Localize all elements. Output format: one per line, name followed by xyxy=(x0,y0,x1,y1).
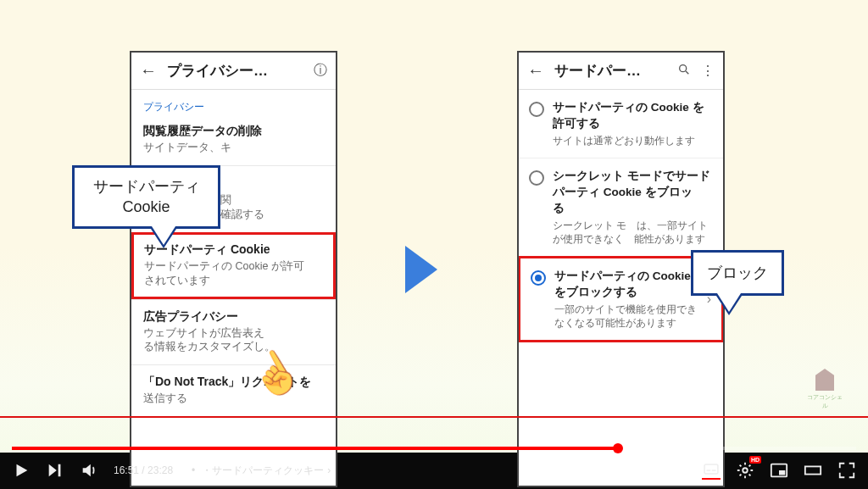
svg-rect-7 xyxy=(779,470,785,475)
item-sub: サードパーティの Cookie が許可 されています xyxy=(144,259,323,288)
svg-rect-8 xyxy=(805,466,821,474)
chapter-name: ・サードパーティクッキー xyxy=(202,464,324,478)
arrow-right-icon xyxy=(405,246,437,293)
radio-checked-icon xyxy=(531,270,546,286)
help-icon[interactable]: ⓘ xyxy=(314,62,327,80)
separator: • xyxy=(192,464,195,476)
watermark-logo-icon xyxy=(815,369,834,391)
callout-third-party-cookie: サードパーティ Cookie xyxy=(72,165,220,229)
item-title: 広告プライバシー xyxy=(143,308,324,325)
svg-point-5 xyxy=(743,468,748,473)
play-button[interactable] xyxy=(12,461,31,480)
chapter-button[interactable]: • ・サードパーティクッキー › xyxy=(188,464,331,478)
phone-screen-privacy: ← プライバシー… ⓘ プライバシー 閲覧履歴データの削除 サイトデータ、キ ガ… xyxy=(130,51,337,487)
titlebar: ← サードパー… ⋮ xyxy=(519,53,723,90)
option-title: サードパーティの Cookie を許可する xyxy=(553,100,713,132)
watermark-text: コアコンシェル xyxy=(807,393,843,410)
option-sub: シークレット モ は、一部サイト が使用できなく 能性があります xyxy=(553,219,713,246)
item-sub: サイトデータ、キ xyxy=(143,141,324,155)
line2: Cookie xyxy=(122,198,170,215)
volume-button[interactable] xyxy=(80,461,98,480)
chevron-right-icon: › xyxy=(327,464,331,476)
fullscreen-button[interactable] xyxy=(837,461,856,480)
item-sub: ウェブサイトが広告表え る情報をカスタマイズし。 xyxy=(143,326,324,355)
subtitles-button[interactable] xyxy=(702,461,721,480)
seek-played xyxy=(12,447,618,450)
player-controls: 16:51 / 23:28 • ・サードパーティクッキー › xyxy=(0,452,868,489)
channel-watermark[interactable]: コアコンシェル xyxy=(807,369,843,410)
total-time: 23:28 xyxy=(147,464,173,476)
time-display: 16:51 / 23:28 xyxy=(114,464,173,476)
screen-title: プライバシー… xyxy=(167,61,303,81)
line1: サードパーティの Cookie が許可 xyxy=(144,260,304,272)
next-button[interactable] xyxy=(46,461,64,480)
radio-option-allow[interactable]: サードパーティの Cookie を許可する サイトは通常どおり動作します xyxy=(519,90,723,158)
option-sub: サイトは通常どおり動作します xyxy=(553,134,713,147)
miniplayer-button[interactable] xyxy=(770,461,788,480)
item-sub: 送信する xyxy=(143,392,324,406)
seek-bar[interactable] xyxy=(12,447,856,450)
line1: サードパーティ xyxy=(93,178,200,195)
svg-rect-3 xyxy=(706,470,710,471)
line2: されています xyxy=(144,275,210,286)
option-sub: 一部のサイトで機能を使用できなくなる可能性があります xyxy=(554,303,698,330)
line1: ウェブサイトが広告表え xyxy=(143,327,264,339)
option-title: シークレット モードでサードパーティ Cookie をブロッ る xyxy=(553,169,713,217)
option-title: サードパーティの Cookie をブロックする xyxy=(554,269,698,301)
svg-point-0 xyxy=(680,64,687,71)
radio-option-incognito-block[interactable]: シークレット モードでサードパーティ Cookie をブロッ る シークレット … xyxy=(519,158,723,256)
item-title: 閲覧履歴データの削除 xyxy=(143,123,324,139)
back-arrow-icon[interactable]: ← xyxy=(140,61,157,81)
svg-rect-4 xyxy=(712,470,716,471)
list-item-do-not-track[interactable]: 「Do Not Track」リクエストを 送信する xyxy=(131,364,336,416)
more-vert-icon[interactable]: ⋮ xyxy=(701,63,715,79)
search-icon[interactable] xyxy=(677,63,691,80)
overlay-redline xyxy=(0,416,868,418)
radio-icon xyxy=(529,170,544,186)
callout-block: ブロック xyxy=(691,250,784,296)
titlebar: ← プライバシー… ⓘ xyxy=(131,53,336,90)
radio-icon xyxy=(529,102,544,117)
theater-button[interactable] xyxy=(804,461,822,480)
section-label-privacy: プライバシー xyxy=(131,90,336,119)
text: ブロック xyxy=(707,264,768,281)
back-arrow-icon[interactable]: ← xyxy=(527,61,544,81)
current-time: 16:51 xyxy=(114,464,139,476)
svg-line-1 xyxy=(686,71,688,74)
line2: る情報をカスタマイズし。 xyxy=(143,341,275,353)
video-frame: ← プライバシー… ⓘ プライバシー 閲覧履歴データの削除 サイトデータ、キ ガ… xyxy=(0,0,868,453)
svg-rect-2 xyxy=(704,464,718,474)
list-item-clear-data[interactable]: 閲覧履歴データの削除 サイトデータ、キ xyxy=(131,119,336,165)
screen-title: サードパー… xyxy=(554,61,667,81)
list-item-ad-privacy[interactable]: 広告プライバシー ウェブサイトが広告表え る情報をカスタマイズし。 xyxy=(131,299,336,365)
settings-button[interactable] xyxy=(736,461,754,480)
